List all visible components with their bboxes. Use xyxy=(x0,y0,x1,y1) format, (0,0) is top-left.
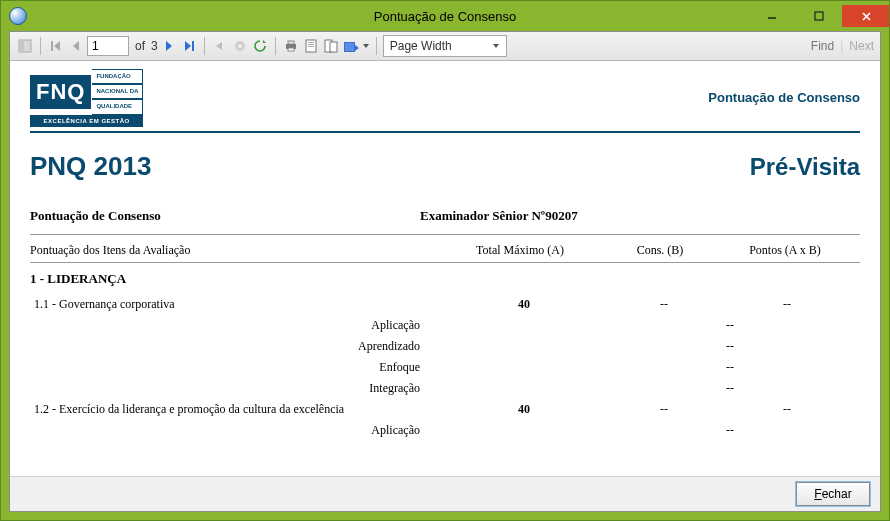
report-title-left: PNQ 2013 xyxy=(30,151,151,182)
svg-marker-9 xyxy=(166,41,172,51)
svg-rect-22 xyxy=(308,44,314,45)
row-ab: -- xyxy=(714,402,860,417)
refresh-icon[interactable] xyxy=(251,37,269,55)
col-items: Pontuação dos Itens da Avaliação xyxy=(30,243,430,258)
stop-icon[interactable] xyxy=(231,37,249,55)
subrow-b: -- xyxy=(680,339,780,354)
subrow-b: -- xyxy=(680,423,780,438)
table-row: 1.1 - Governança corporativa 40 -- -- xyxy=(30,297,860,312)
subrow-b: -- xyxy=(680,381,780,396)
chevron-down-icon xyxy=(492,42,500,50)
content-frame: of 3 Page Width Find | Next xyxy=(9,31,881,512)
logo-sub2: NACIONAL DA xyxy=(92,84,143,99)
report-toolbar: of 3 Page Width Find | Next xyxy=(10,32,880,61)
export-dropdown-icon[interactable] xyxy=(362,39,370,53)
table-subrow: Aplicação -- xyxy=(30,423,860,438)
app-window: Pontuação de Consenso of 3 xyxy=(0,0,890,521)
svg-rect-6 xyxy=(51,41,53,51)
col-points: Pontos (A x B) xyxy=(710,243,860,258)
row-ab: -- xyxy=(714,297,860,312)
svg-marker-29 xyxy=(363,44,369,48)
svg-rect-11 xyxy=(192,41,194,51)
toolbar-sep xyxy=(376,37,377,55)
report-viewer[interactable]: FNQ FUNDAÇÃO NACIONAL DA QUALIDADE EXCEL… xyxy=(10,61,880,477)
column-headers: Pontuação dos Itens da Avaliação Total M… xyxy=(30,243,860,258)
close-accel: F xyxy=(814,487,821,501)
svg-marker-30 xyxy=(493,44,499,48)
report-page: FNQ FUNDAÇÃO NACIONAL DA QUALIDADE EXCEL… xyxy=(10,61,880,477)
svg-rect-5 xyxy=(19,40,24,52)
svg-rect-23 xyxy=(308,46,314,47)
logo-main: FNQ xyxy=(30,75,91,109)
page-number-input[interactable] xyxy=(87,36,129,56)
svg-rect-18 xyxy=(288,41,294,44)
back-icon[interactable] xyxy=(211,37,229,55)
page-total-label: 3 xyxy=(151,39,158,53)
subrow-label: Integração xyxy=(30,381,500,396)
print-icon[interactable] xyxy=(282,37,300,55)
logo-sub1: FUNDAÇÃO xyxy=(92,69,143,84)
logo-bottom: EXCELÊNCIA EM GESTÃO xyxy=(30,115,143,127)
divider xyxy=(30,262,860,263)
title-row: PNQ 2013 Pré-Visita xyxy=(30,151,860,182)
zoom-value: Page Width xyxy=(390,39,452,53)
row-a: 40 xyxy=(434,402,614,417)
table-subrow: Integração -- xyxy=(30,381,860,396)
print-layout-icon[interactable] xyxy=(302,37,320,55)
report-title-right: Pré-Visita xyxy=(750,153,860,181)
row-label: 1.1 - Governança corporativa xyxy=(30,297,434,312)
last-page-icon[interactable] xyxy=(180,37,198,55)
svg-rect-25 xyxy=(330,42,337,52)
first-page-icon[interactable] xyxy=(47,37,65,55)
subheading-right: Examinador Sênior Nº90207 xyxy=(420,208,578,224)
row-b: -- xyxy=(614,297,714,312)
doc-map-icon[interactable] xyxy=(16,37,34,55)
dialog-footer: Fechar xyxy=(10,476,880,511)
close-dialog-button[interactable]: Fechar xyxy=(796,482,870,506)
logo-sub: FUNDAÇÃO NACIONAL DA QUALIDADE xyxy=(92,69,143,115)
row-label: 1.2 - Exercício da liderança e promoção … xyxy=(30,402,434,417)
svg-marker-8 xyxy=(73,41,79,51)
next-page-icon[interactable] xyxy=(160,37,178,55)
svg-rect-21 xyxy=(308,42,314,43)
subrow-label: Aprendizado xyxy=(30,339,500,354)
col-total: Total Máximo (A) xyxy=(430,243,610,258)
export-icon[interactable] xyxy=(342,37,360,55)
find-link[interactable]: Find xyxy=(811,39,834,53)
prev-page-icon[interactable] xyxy=(67,37,85,55)
logo-sub3: QUALIDADE xyxy=(92,99,143,114)
toolbar-sep xyxy=(275,37,276,55)
svg-marker-27 xyxy=(355,45,359,51)
svg-marker-10 xyxy=(185,41,191,51)
divider xyxy=(30,234,860,235)
col-cons: Cons. (B) xyxy=(610,243,710,258)
subrow-label: Aplicação xyxy=(30,423,500,438)
subrow-label: Aplicação xyxy=(30,318,500,333)
window-title: Pontuação de Consenso xyxy=(1,9,889,24)
row-b: -- xyxy=(614,402,714,417)
logo: FNQ FUNDAÇÃO NACIONAL DA QUALIDADE EXCEL… xyxy=(30,69,143,127)
table-subrow: Enfoque -- xyxy=(30,360,860,375)
subheading-left: Pontuação de Consenso xyxy=(30,208,420,224)
table-subrow: Aplicação -- xyxy=(30,318,860,333)
table-row: 1.2 - Exercício da liderança e promoção … xyxy=(30,402,860,417)
page-of-label: of xyxy=(135,39,145,53)
find-sep: | xyxy=(840,39,843,53)
subrow-b: -- xyxy=(680,318,780,333)
subrow-label: Enfoque xyxy=(30,360,500,375)
find-controls: Find | Next xyxy=(811,39,874,53)
zoom-select[interactable]: Page Width xyxy=(383,35,507,57)
row-a: 40 xyxy=(434,297,614,312)
report-header: FNQ FUNDAÇÃO NACIONAL DA QUALIDADE EXCEL… xyxy=(30,69,860,133)
page-setup-icon[interactable] xyxy=(322,37,340,55)
toolbar-sep xyxy=(204,37,205,55)
toolbar-sep xyxy=(40,37,41,55)
close-rest: echar xyxy=(822,487,852,501)
svg-rect-28 xyxy=(345,43,354,51)
find-next-link[interactable]: Next xyxy=(849,39,874,53)
subrow-b: -- xyxy=(680,360,780,375)
title-bar: Pontuação de Consenso xyxy=(1,1,889,31)
svg-marker-7 xyxy=(54,41,60,51)
subheading-row: Pontuação de Consenso Examinador Sênior … xyxy=(30,208,860,224)
svg-marker-16 xyxy=(263,40,266,43)
